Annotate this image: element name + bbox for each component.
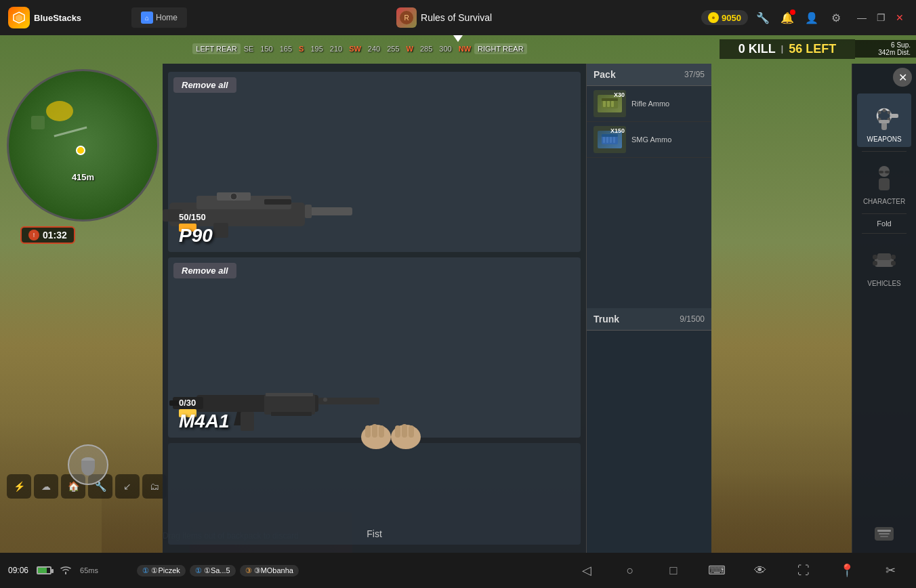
svg-rect-6 bbox=[81, 461, 95, 467]
rifle-ammo-name: Rifle Ammo bbox=[631, 100, 669, 108]
svg-rect-59 bbox=[885, 171, 890, 173]
timer-display: ! 01:32 bbox=[20, 226, 75, 244]
back-nav-button[interactable]: ◁ bbox=[569, 558, 604, 583]
pack-item-smg-ammo[interactable]: X150 SMG Ammo bbox=[587, 122, 711, 158]
svg-rect-42 bbox=[603, 137, 605, 143]
weapons-tab[interactable]: WEAPONS bbox=[857, 93, 911, 147]
svg-rect-56 bbox=[879, 120, 890, 123]
recents-nav-button[interactable]: □ bbox=[656, 558, 691, 583]
weapons-icon-box bbox=[866, 98, 902, 134]
minimap-settings-icon[interactable]: ⚙ bbox=[12, 75, 31, 93]
svg-rect-34 bbox=[402, 424, 407, 438]
eye-nav-button[interactable]: 👁 bbox=[743, 558, 778, 583]
notification-icon[interactable]: 🔔 bbox=[778, 8, 797, 27]
pack-item-rifle-ammo[interactable]: X30 Rifle Ammo bbox=[587, 86, 711, 122]
app-name: BlueStacks bbox=[34, 13, 81, 23]
compass-arrow-indicator bbox=[453, 35, 463, 42]
smg-ammo-qty: X150 bbox=[610, 127, 625, 134]
ping-display: 65ms bbox=[80, 566, 98, 574]
pack-trunk-panel: Pack 37/95 bbox=[586, 64, 711, 553]
status-time: 09:06 bbox=[8, 566, 28, 575]
svg-rect-15 bbox=[305, 205, 312, 218]
compass-285: 285 bbox=[417, 43, 436, 54]
svg-rect-19 bbox=[169, 400, 180, 406]
compass-s: S bbox=[295, 43, 307, 54]
compass-195: 195 bbox=[307, 43, 326, 54]
coins-display: ● 9050 bbox=[701, 10, 748, 25]
game-icon: R bbox=[396, 7, 417, 28]
minimap-distance: 415m bbox=[72, 172, 94, 182]
tools-icon[interactable]: 🔧 bbox=[753, 8, 772, 27]
screen-nav-button[interactable]: ⛶ bbox=[786, 558, 821, 583]
vehicle-svg bbox=[869, 245, 899, 275]
bullet-icon bbox=[76, 453, 100, 477]
scissors-nav-button[interactable]: ✂ bbox=[873, 558, 908, 583]
svg-rect-23 bbox=[266, 393, 313, 396]
weapons-label: WEAPONS bbox=[867, 135, 901, 143]
tool-5[interactable]: ↙ bbox=[115, 474, 140, 499]
kills-display: 0 KILL | 56 LEFT bbox=[720, 39, 855, 59]
timer-icon: ! bbox=[28, 230, 39, 240]
player-1-tag: ① ①Piczek bbox=[137, 565, 185, 576]
svg-rect-64 bbox=[873, 255, 877, 259]
close-button[interactable]: ✕ bbox=[892, 9, 908, 26]
home-nav-button[interactable]: ○ bbox=[612, 558, 648, 583]
tool-1[interactable]: ⚡ bbox=[7, 474, 31, 499]
svg-rect-54 bbox=[890, 114, 898, 118]
remove-all-m4a1[interactable]: Remove all bbox=[173, 263, 236, 278]
svg-point-25 bbox=[323, 398, 327, 402]
wifi-icon bbox=[60, 565, 72, 576]
right-panel: ✕ bbox=[852, 64, 916, 553]
smg-ammo-name: SMG Ammo bbox=[631, 135, 671, 144]
svg-rect-43 bbox=[606, 137, 608, 143]
settings-icon[interactable]: ⚙ bbox=[827, 8, 846, 27]
player-2-num: ① bbox=[195, 566, 202, 575]
svg-marker-1 bbox=[16, 14, 22, 22]
svg-rect-21 bbox=[241, 412, 254, 431]
character-svg bbox=[869, 163, 899, 193]
compass-255: 255 bbox=[383, 43, 402, 54]
player-1-num: ① bbox=[142, 566, 149, 575]
svg-rect-65 bbox=[891, 255, 896, 259]
svg-rect-24 bbox=[271, 412, 312, 416]
svg-rect-63 bbox=[877, 253, 891, 260]
location-nav-button[interactable]: 📍 bbox=[829, 558, 865, 583]
keyboard-nav-button[interactable]: ⌨ bbox=[699, 558, 734, 583]
vehicles-tab[interactable]: VEHICLES bbox=[857, 238, 911, 291]
titlebar-right: ● 9050 🔧 🔔 👤 ⚙ — ❐ ✕ bbox=[701, 8, 916, 27]
svg-rect-70 bbox=[879, 533, 890, 534]
svg-rect-11 bbox=[213, 223, 228, 238]
kill-count: 0 KILL bbox=[738, 42, 776, 56]
svg-rect-67 bbox=[891, 261, 896, 266]
battery-fill bbox=[38, 568, 47, 573]
inventory-panel: Remove all bbox=[163, 64, 711, 553]
remove-all-p90[interactable]: Remove all bbox=[173, 77, 236, 93]
player-2-name: ①Sa...5 bbox=[204, 566, 230, 575]
svg-rect-40 bbox=[602, 98, 618, 101]
restore-button[interactable]: ❐ bbox=[873, 9, 889, 26]
character-tab[interactable]: CHARACTER bbox=[857, 156, 911, 209]
tool-2[interactable]: ☁ bbox=[34, 474, 58, 499]
battery-icon bbox=[37, 566, 51, 574]
window-controls: — ❐ ✕ bbox=[854, 9, 908, 26]
user-icon[interactable]: 👤 bbox=[802, 8, 821, 27]
vehicles-icon-box bbox=[866, 242, 902, 278]
close-inventory-button[interactable]: ✕ bbox=[893, 68, 912, 87]
fold-label[interactable]: Fold bbox=[877, 219, 891, 228]
sup-count: 6 Sup. bbox=[860, 41, 911, 49]
svg-rect-66 bbox=[873, 261, 877, 266]
player-1-name: ①Piczek bbox=[151, 566, 180, 575]
left-count: 56 LEFT bbox=[789, 42, 836, 56]
svg-rect-22 bbox=[264, 394, 315, 415]
compass-165: 165 bbox=[276, 43, 295, 54]
player-list: ① ①Piczek ① ①Sa...5 ③ ③MObanha bbox=[106, 565, 330, 576]
bluestacks-logo: BlueStacks bbox=[0, 7, 129, 28]
minimize-button[interactable]: — bbox=[854, 9, 870, 26]
compass-left-rear: LEFT REAR bbox=[192, 43, 240, 54]
player-marker bbox=[76, 146, 85, 155]
home-button[interactable]: ⌂ Home bbox=[131, 7, 187, 28]
svg-rect-9 bbox=[305, 207, 352, 215]
compass-right-rear: RIGHT REAR bbox=[474, 43, 527, 54]
bullet-button[interactable] bbox=[68, 444, 108, 485]
minimap-inner: 415m ⚙ bbox=[9, 71, 157, 219]
